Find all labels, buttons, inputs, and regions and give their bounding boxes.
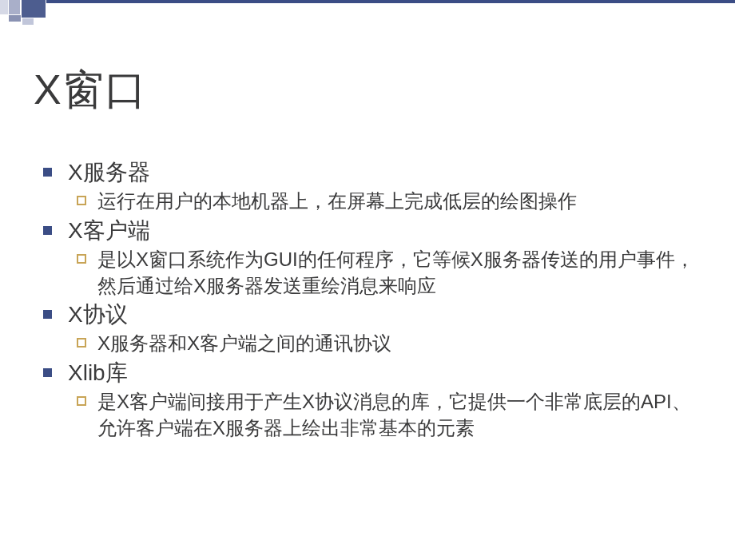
list-item-label: Xlib库 bbox=[68, 359, 128, 387]
sub-list-item-text: 是X客户端间接用于产生X协议消息的库，它提供一个非常底层的API、允许客户端在X… bbox=[97, 389, 695, 441]
sub-list-item: X服务器和X客户端之间的通讯协议 bbox=[77, 331, 703, 356]
list-item: X服务器 bbox=[43, 158, 703, 187]
slide-content: X服务器 运行在用户的本地机器上，在屏幕上完成低层的绘图操作 X客户端 是以X窗… bbox=[43, 158, 703, 443]
bullet-hollow-icon bbox=[77, 254, 86, 264]
list-item: X协议 bbox=[43, 300, 703, 329]
bullet-icon bbox=[43, 168, 52, 177]
sub-list-item: 是X客户端间接用于产生X协议消息的库，它提供一个非常底层的API、允许客户端在X… bbox=[77, 389, 703, 441]
sub-list-item-text: 是以X窗口系统作为GUI的任何程序，它等候X服务器传送的用户事件，然后通过给X服… bbox=[97, 247, 695, 299]
sub-list-item-text: X服务器和X客户端之间的通讯协议 bbox=[97, 331, 391, 356]
list-item-label: X协议 bbox=[68, 300, 128, 329]
sub-list-item-text: 运行在用户的本地机器上，在屏幕上完成低层的绘图操作 bbox=[97, 189, 577, 214]
bullet-hollow-icon bbox=[77, 396, 86, 406]
bullet-hollow-icon bbox=[77, 338, 86, 348]
bullet-icon bbox=[43, 310, 52, 319]
slide-decoration bbox=[0, 0, 735, 28]
bullet-icon bbox=[43, 368, 52, 377]
slide-title: X窗口 bbox=[34, 62, 147, 118]
sub-list-item: 运行在用户的本地机器上，在屏幕上完成低层的绘图操作 bbox=[77, 189, 703, 214]
list-item-label: X服务器 bbox=[68, 158, 150, 187]
bullet-hollow-icon bbox=[77, 196, 86, 205]
list-item: X客户端 bbox=[43, 216, 703, 245]
bullet-icon bbox=[43, 226, 52, 235]
list-item-label: X客户端 bbox=[68, 216, 150, 245]
list-item: Xlib库 bbox=[43, 359, 703, 387]
sub-list-item: 是以X窗口系统作为GUI的任何程序，它等候X服务器传送的用户事件，然后通过给X服… bbox=[77, 247, 703, 299]
